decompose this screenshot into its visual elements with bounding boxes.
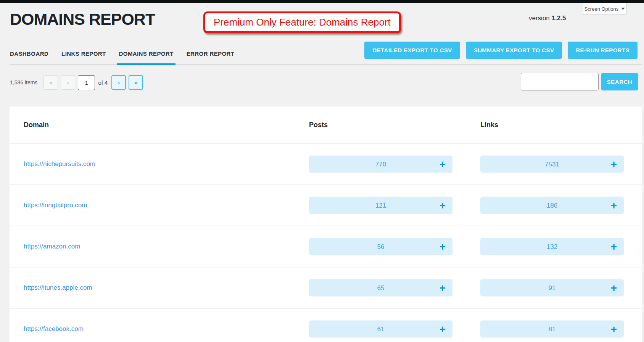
- search-button[interactable]: SEARCH: [601, 73, 638, 90]
- rerun-reports-button[interactable]: RE-RUN REPORTS: [568, 42, 638, 59]
- domain-link[interactable]: https://facebook.com: [24, 325, 84, 333]
- total-pages-label: of 4: [98, 79, 108, 86]
- domain-link[interactable]: https://itunes.apple.com: [24, 284, 92, 292]
- domain-link[interactable]: https://nichepursuits.com: [24, 160, 95, 168]
- detailed-export-csv-button[interactable]: DETAILED EXPORT TO CSV: [364, 42, 460, 59]
- pagination: 1,586 items « ‹ of 4 › »: [10, 75, 146, 90]
- posts-count-pill[interactable]: 121 +: [309, 197, 452, 214]
- table-row: https://facebook.com 61 + 81 +: [10, 308, 642, 342]
- column-header-links: Links: [480, 121, 498, 129]
- table-header-row: Domain Posts Links: [10, 106, 642, 143]
- screen-options-button[interactable]: Screen Options: [583, 3, 626, 15]
- links-count: 132: [547, 243, 557, 250]
- links-count-pill[interactable]: 132 +: [480, 238, 624, 255]
- plus-icon[interactable]: +: [440, 324, 446, 334]
- domain-link[interactable]: https://longtailpro.com: [24, 202, 87, 209]
- links-count-pill[interactable]: 81 +: [480, 321, 624, 338]
- export-actions: DETAILED EXPORT TO CSV SUMMARY EXPORT TO…: [364, 42, 638, 59]
- table-row: https://itunes.apple.com 65 + 91 +: [10, 267, 642, 308]
- table-row: https://amazon.com 56 + 132 +: [10, 226, 642, 267]
- summary-export-csv-button[interactable]: SUMMARY EXPORT TO CSV: [466, 42, 562, 59]
- tab-links-report[interactable]: LINKS REPORT: [61, 43, 106, 65]
- admin-top-bar: [0, 0, 644, 3]
- plus-icon[interactable]: +: [440, 159, 446, 169]
- version-label: version 1.2.5: [529, 15, 566, 22]
- plus-icon[interactable]: +: [440, 241, 446, 252]
- plus-icon[interactable]: +: [611, 200, 617, 211]
- posts-count: 770: [375, 160, 386, 168]
- posts-count: 56: [377, 243, 385, 250]
- posts-count-pill[interactable]: 56 +: [309, 238, 452, 255]
- version-number: 1.2.5: [552, 15, 566, 22]
- chevron-down-icon: [621, 8, 625, 10]
- plus-icon[interactable]: +: [440, 200, 446, 211]
- premium-annotation-badge: Premium Only Feature: Domains Report: [203, 11, 401, 33]
- posts-count: 65: [377, 284, 385, 292]
- items-count-label: 1,586 items: [10, 79, 37, 86]
- links-count: 186: [547, 202, 557, 209]
- last-page-button[interactable]: »: [129, 75, 143, 90]
- table-row: https://longtailpro.com 121 + 186 +: [10, 184, 642, 226]
- posts-count-pill[interactable]: 61 +: [309, 321, 452, 338]
- links-count: 81: [549, 325, 556, 333]
- previous-page-button[interactable]: ‹: [61, 75, 75, 90]
- links-count: 7531: [545, 160, 559, 168]
- plus-icon[interactable]: +: [611, 159, 617, 169]
- posts-count-pill[interactable]: 65 +: [309, 279, 452, 297]
- column-header-domain: Domain: [24, 121, 49, 129]
- domains-table: Domain Posts Links https://nichepursuits…: [10, 106, 642, 342]
- posts-count: 121: [375, 202, 386, 209]
- table-row: https://nichepursuits.com 770 + 7531 +: [10, 143, 642, 184]
- page-title: DOMAINS REPORT: [10, 10, 155, 29]
- plus-icon[interactable]: +: [611, 282, 617, 293]
- tab-dashboard[interactable]: DASHBOARD: [10, 43, 48, 65]
- links-count-pill[interactable]: 91 +: [480, 279, 624, 297]
- tab-domains-report[interactable]: DOMAINS REPORT: [119, 43, 174, 65]
- plus-icon[interactable]: +: [440, 282, 446, 293]
- posts-count: 61: [377, 325, 385, 333]
- current-page-input[interactable]: [78, 75, 95, 90]
- links-count-pill[interactable]: 186 +: [480, 197, 624, 214]
- links-count: 91: [549, 284, 556, 292]
- tab-error-report[interactable]: ERROR REPORT: [187, 43, 235, 65]
- column-header-posts: Posts: [309, 121, 328, 129]
- version-word: version: [529, 15, 550, 22]
- search-input[interactable]: [521, 73, 599, 90]
- screen-options-label: Screen Options: [584, 6, 619, 12]
- plus-icon[interactable]: +: [611, 241, 617, 252]
- links-count-pill[interactable]: 7531 +: [480, 156, 624, 173]
- domain-link[interactable]: https://amazon.com: [24, 243, 80, 250]
- first-page-button[interactable]: «: [43, 75, 58, 90]
- posts-count-pill[interactable]: 770 +: [309, 156, 452, 173]
- plus-icon[interactable]: +: [611, 324, 617, 334]
- next-page-button[interactable]: ›: [111, 75, 126, 90]
